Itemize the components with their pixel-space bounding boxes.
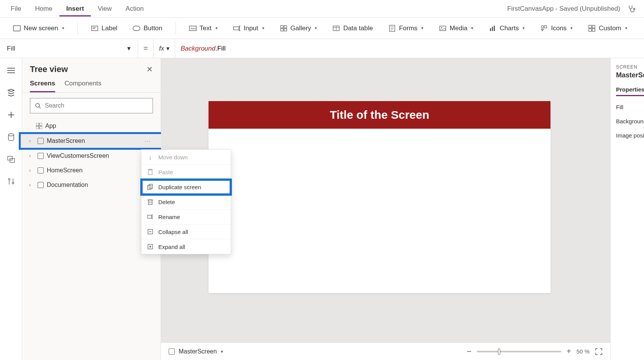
advanced-tools-icon[interactable] — [6, 176, 16, 187]
screen-icon — [38, 182, 44, 188]
ctx-delete[interactable]: Delete — [141, 195, 231, 209]
input-dropdown[interactable]: Input▾ — [231, 22, 267, 34]
menu-file[interactable]: File — [4, 1, 28, 16]
svg-rect-46 — [39, 123, 42, 126]
custom-dropdown[interactable]: Custom▾ — [586, 22, 630, 34]
property-selector[interactable]: Fill ▾ — [0, 39, 138, 58]
zoom-in-button[interactable]: + — [567, 347, 571, 356]
screen-title-bar[interactable]: Title of the Screen — [209, 101, 550, 129]
left-rail — [0, 58, 22, 360]
icons-dropdown[interactable]: Icons▾ — [538, 22, 575, 34]
formula-bar: Fill ▾ = fx ▾ Background.Fill — [0, 39, 644, 58]
ctx-duplicate-screen[interactable]: Duplicate screen — [141, 180, 231, 195]
search-input[interactable] — [30, 98, 153, 113]
tree-item-homescreen[interactable]: › HomeScreen — [22, 163, 161, 178]
tree-item-masterscreen[interactable]: › MasterScreen ··· — [20, 133, 163, 149]
tab-properties[interactable]: Properties — [616, 86, 644, 96]
text-dropdown[interactable]: Abc Text▾ — [187, 22, 220, 34]
fx-button[interactable]: fx ▾ — [153, 39, 175, 58]
tree-view-icon[interactable] — [6, 87, 16, 98]
svg-rect-24 — [494, 26, 495, 31]
paste-icon — [147, 169, 154, 175]
media-pane-icon[interactable] — [6, 154, 16, 165]
screen-icon — [38, 167, 44, 173]
menu-insert[interactable]: Insert — [59, 1, 91, 16]
svg-rect-9 — [281, 26, 283, 28]
chevron-down-icon: ▾ — [127, 44, 131, 52]
app-title: FirstCanvasApp - Saved (Unpublished) — [507, 5, 620, 13]
button-button[interactable]: Button — [130, 22, 164, 34]
svg-rect-49 — [148, 170, 152, 175]
properties-panel: SCREEN MasterScre Properties Fill Backgr… — [610, 58, 644, 360]
new-screen-button[interactable]: New screen▾ — [11, 22, 67, 34]
arrow-down-icon: ↓ — [147, 154, 154, 160]
zoom-slider[interactable] — [477, 351, 561, 352]
button-icon — [133, 25, 140, 32]
tree-view-panel: Tree view ✕ Screens Components App › Mas… — [22, 58, 161, 360]
zoom-percent: 50 % — [577, 348, 590, 355]
tree-item-documentation[interactable]: › Documentation — [22, 178, 161, 192]
delete-icon — [147, 198, 154, 205]
svg-rect-57 — [148, 215, 151, 218]
search-icon — [35, 103, 41, 109]
svg-rect-47 — [36, 126, 39, 129]
chevron-down-icon: ▾ — [166, 45, 169, 52]
ctx-rename[interactable]: Rename — [141, 209, 231, 224]
gallery-dropdown[interactable]: Gallery▾ — [278, 22, 320, 34]
svg-point-21 — [441, 27, 442, 28]
prop-row-background[interactable]: Background — [616, 118, 644, 124]
label-button[interactable]: Label — [89, 22, 120, 34]
close-icon[interactable]: ✕ — [146, 65, 153, 74]
equals-sign: = — [138, 44, 153, 53]
formula-input[interactable]: Background.Fill — [175, 44, 644, 52]
ctx-move-down[interactable]: ↓ Move down — [141, 150, 231, 165]
charts-dropdown[interactable]: Charts▾ — [486, 22, 527, 34]
data-table-button[interactable]: Data table — [330, 22, 375, 34]
app-checker-icon[interactable] — [627, 5, 636, 13]
svg-rect-8 — [233, 27, 239, 30]
menu-home[interactable]: Home — [28, 1, 59, 16]
screen-canvas[interactable]: Title of the Screen — [209, 101, 550, 293]
svg-rect-26 — [544, 26, 547, 28]
zoom-out-button[interactable]: − — [467, 347, 472, 357]
duplicate-icon — [147, 183, 154, 190]
svg-point-39 — [8, 178, 10, 180]
custom-icon — [588, 25, 596, 32]
tree-item-app[interactable]: App — [22, 119, 161, 133]
ctx-collapse-all[interactable]: Collapse all — [141, 224, 231, 239]
menu-view[interactable]: View — [91, 1, 119, 16]
tree-item-viewcustomers[interactable]: › ViewCustomersScreen — [22, 149, 161, 163]
svg-rect-27 — [589, 25, 591, 28]
tree-view-title: Tree view — [30, 64, 68, 74]
tab-components[interactable]: Components — [64, 80, 101, 92]
insert-pane-icon[interactable] — [6, 110, 16, 120]
menu-action[interactable]: Action — [119, 1, 151, 16]
screen-icon — [38, 153, 44, 159]
hamburger-icon[interactable] — [6, 65, 16, 76]
data-icon[interactable] — [6, 132, 16, 142]
label-icon — [91, 25, 99, 32]
ctx-expand-all[interactable]: Expand all — [141, 239, 231, 254]
collapse-icon — [147, 228, 154, 235]
table-icon — [332, 25, 340, 32]
svg-point-25 — [541, 26, 544, 28]
ctx-paste[interactable]: Paste — [141, 165, 231, 180]
svg-rect-11 — [281, 29, 283, 31]
chevron-right-icon[interactable]: › — [29, 138, 34, 144]
prop-row-fill[interactable]: Fill — [616, 104, 644, 110]
svg-rect-2 — [92, 26, 98, 31]
input-icon — [233, 25, 241, 32]
more-options-button[interactable]: ··· — [142, 137, 154, 145]
prop-row-image-position[interactable]: Image posit — [616, 132, 644, 139]
forms-icon — [388, 25, 396, 32]
forms-dropdown[interactable]: Forms▾ — [386, 22, 426, 34]
insert-ribbon: New screen▾ Label Button Abc Text▾ Input… — [0, 18, 644, 39]
svg-rect-12 — [284, 29, 287, 31]
fit-to-screen-icon[interactable] — [595, 348, 603, 355]
tab-screens[interactable]: Screens — [30, 80, 55, 92]
chevron-down-icon[interactable]: ▾ — [221, 349, 223, 354]
media-dropdown[interactable]: Media▾ — [437, 22, 476, 34]
status-screen-name[interactable]: MasterScreen — [179, 348, 217, 355]
expand-icon — [147, 243, 154, 250]
text-icon: Abc — [189, 25, 197, 32]
